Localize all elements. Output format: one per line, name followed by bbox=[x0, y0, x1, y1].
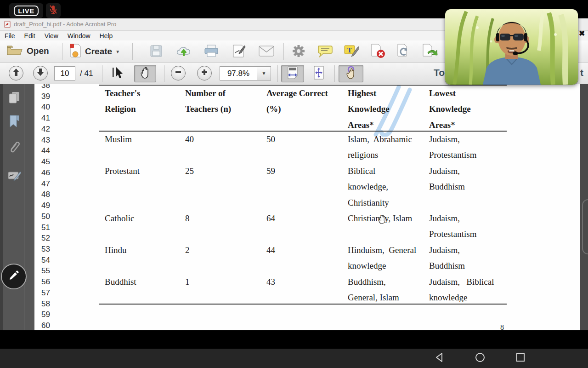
home-button[interactable] bbox=[474, 352, 486, 364]
menu-view[interactable]: View bbox=[44, 32, 63, 40]
table-row-cell: 40 bbox=[185, 132, 194, 147]
tools-panel-label[interactable]: To bbox=[434, 67, 445, 78]
table-row-cell: Protestant bbox=[105, 163, 140, 179]
hand-tool-icon bbox=[139, 66, 151, 81]
fit-width-icon bbox=[286, 66, 299, 81]
annotate-button[interactable] bbox=[1, 264, 27, 289]
mute-button[interactable] bbox=[46, 3, 61, 18]
table-row-cell: 8 bbox=[185, 211, 190, 226]
zoom-out-button[interactable] bbox=[171, 66, 186, 80]
menu-window[interactable]: Window bbox=[67, 32, 95, 40]
create-button[interactable]: Create ▼ bbox=[69, 43, 120, 60]
table-row-cell: Judaism,Protestantism bbox=[429, 132, 476, 163]
fit-page-icon bbox=[312, 65, 325, 82]
touch-hand-icon bbox=[344, 66, 358, 81]
gear-icon bbox=[292, 44, 305, 60]
select-cursor-icon bbox=[112, 66, 124, 81]
upload-cloud-button[interactable] bbox=[175, 44, 192, 60]
table-row-cell: Judaism,Protestantism bbox=[429, 211, 476, 242]
menu-edit[interactable]: Edit bbox=[23, 32, 40, 40]
signatures-button[interactable] bbox=[7, 170, 21, 184]
comment-panel-label[interactable]: t bbox=[580, 67, 583, 78]
page-thumbnails-button[interactable] bbox=[7, 92, 21, 105]
next-page-button[interactable] bbox=[33, 66, 48, 80]
document-refresh-icon bbox=[395, 43, 411, 61]
document-export-icon bbox=[421, 43, 438, 61]
screen: LIVE draft_Proof_hi.pdf - Adobe Acrobat … bbox=[0, 0, 588, 368]
bookmarks-button[interactable] bbox=[7, 115, 21, 129]
fit-page-button[interactable] bbox=[308, 65, 330, 82]
page-number-input[interactable] bbox=[54, 66, 75, 80]
save-button[interactable] bbox=[147, 44, 165, 60]
fit-width-button[interactable] bbox=[281, 65, 304, 82]
window-title: draft_Proof_hi.pdf - Adobe Acrobat Pro bbox=[14, 21, 116, 28]
arrow-down-icon bbox=[37, 68, 44, 78]
toolbar-divider bbox=[62, 43, 62, 60]
edit-text-button[interactable]: T bbox=[343, 44, 360, 60]
recents-square-icon bbox=[515, 352, 526, 365]
table-row-cell: 64 bbox=[266, 211, 275, 226]
zoom-dropdown-button[interactable]: ▼ bbox=[257, 66, 271, 80]
table-row-cell: Hindu bbox=[105, 242, 127, 258]
comment-button[interactable] bbox=[316, 44, 334, 60]
table-row-cell: Muslim bbox=[105, 132, 132, 147]
pdf-page[interactable]: 3839 4041 4243 4445 4647 4849 5051 5253 … bbox=[34, 84, 580, 330]
sidebar-separator bbox=[24, 84, 24, 330]
menu-help[interactable]: Help bbox=[99, 32, 118, 40]
attachments-button[interactable] bbox=[7, 141, 21, 155]
table-row-cell: Judaism,Buddhism bbox=[429, 163, 465, 195]
print-button[interactable] bbox=[203, 44, 220, 60]
fill-sign-icon bbox=[232, 44, 246, 60]
toolbar-divider bbox=[132, 43, 133, 60]
paperclip-icon bbox=[8, 140, 21, 156]
header-lowest: Lowest Knowledge Areas* bbox=[429, 86, 506, 133]
recents-button[interactable] bbox=[514, 352, 526, 364]
settings-button[interactable] bbox=[290, 44, 307, 60]
header-religion: Teacher's Religion bbox=[105, 86, 183, 117]
scan-optimize-button[interactable] bbox=[394, 44, 412, 60]
close-window-button[interactable]: ✖ bbox=[579, 29, 585, 38]
table-row-cell: Judaism, Biblicalknowledge bbox=[429, 274, 494, 306]
export-pdf-button[interactable] bbox=[421, 44, 438, 60]
back-button[interactable] bbox=[434, 352, 446, 364]
table-row-cell: Hinduism, Generalknowledge bbox=[348, 242, 416, 274]
table-row-cell: 25 bbox=[185, 163, 194, 179]
open-button[interactable]: Open bbox=[6, 44, 49, 58]
create-document-icon bbox=[69, 43, 82, 60]
webcam-video[interactable] bbox=[445, 9, 578, 85]
right-edge-panel bbox=[580, 84, 588, 330]
fill-sign-button[interactable] bbox=[230, 44, 248, 60]
zoom-in-button[interactable] bbox=[197, 66, 212, 80]
acrobat-pdf-icon bbox=[4, 21, 11, 30]
table-row-cell: Buddhist bbox=[105, 274, 136, 290]
touch-mode-button[interactable] bbox=[339, 65, 363, 82]
table-row-cell: Buddhism,General, Islam bbox=[348, 274, 399, 306]
minus-icon bbox=[175, 69, 182, 78]
live-badge-label: LIVE bbox=[14, 6, 38, 16]
results-table: Teacher's Religion Number of Teachers (n… bbox=[99, 84, 507, 330]
arrow-up-icon bbox=[12, 68, 20, 78]
live-badge: LIVE bbox=[9, 3, 43, 18]
header-average: Average Correct (%) bbox=[266, 86, 345, 117]
hand-grab-cursor bbox=[377, 214, 386, 226]
signature-icon bbox=[7, 170, 21, 184]
select-tool-button[interactable] bbox=[108, 65, 127, 82]
hand-tool-button[interactable] bbox=[134, 65, 156, 82]
toolbar-divider bbox=[277, 65, 278, 82]
menu-file[interactable]: File bbox=[4, 32, 20, 40]
delete-pages-button[interactable] bbox=[369, 44, 386, 60]
speech-bubble-icon bbox=[317, 44, 333, 60]
zoom-level-value[interactable]: 97.8% bbox=[220, 66, 257, 80]
scrollbar-handle[interactable] bbox=[582, 199, 588, 254]
table-row-cell: Islam, Abrahamicreligions bbox=[348, 132, 412, 163]
chevron-down-icon: ▼ bbox=[262, 71, 266, 76]
toolbar-divider bbox=[334, 65, 335, 82]
previous-page-button[interactable] bbox=[9, 66, 23, 80]
pencil-icon bbox=[8, 270, 20, 283]
text-edit-icon: T bbox=[344, 44, 359, 60]
muted-microphone-icon bbox=[49, 5, 58, 17]
header-highest: Highest Knowledge Areas* bbox=[348, 86, 427, 133]
toolbar-divider bbox=[164, 65, 164, 82]
table-row-cell: Biblicalknowledge,Christianity bbox=[348, 163, 389, 211]
email-button[interactable] bbox=[258, 44, 275, 60]
